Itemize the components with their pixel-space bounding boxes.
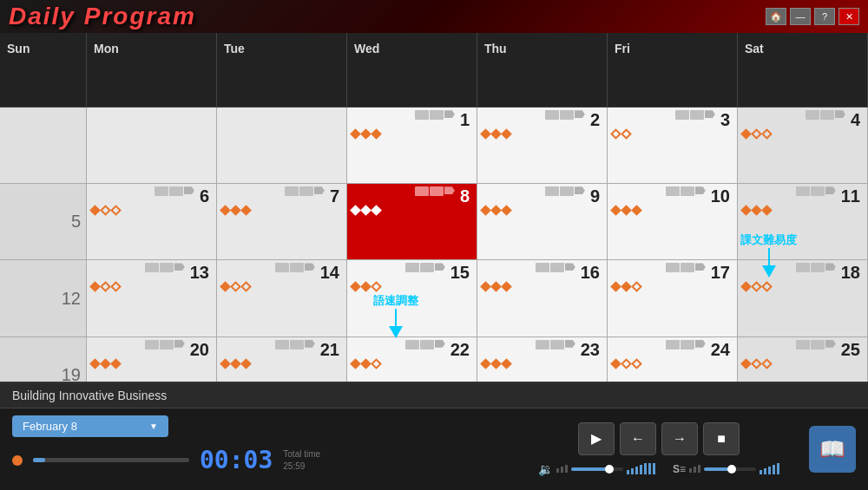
sbar-1 bbox=[760, 470, 762, 474]
day-cell-8-today[interactable]: 8 bbox=[347, 184, 477, 260]
spd-tick-3 bbox=[698, 465, 700, 473]
header-mon: Mon bbox=[87, 33, 217, 108]
header-sun: Sun bbox=[0, 33, 87, 108]
vbar-3 bbox=[635, 467, 638, 474]
sbar-3 bbox=[768, 467, 771, 474]
vol-tick-3 bbox=[565, 465, 568, 473]
progress-track[interactable] bbox=[33, 458, 189, 462]
total-time-value: 25:59 bbox=[283, 461, 320, 473]
day-cell-10[interactable]: 10 bbox=[608, 184, 738, 260]
help-btn[interactable]: ? bbox=[814, 8, 835, 25]
close-btn[interactable]: ✕ bbox=[838, 8, 859, 25]
volume-bars bbox=[627, 463, 655, 474]
day-cell-14[interactable]: 14 bbox=[217, 260, 347, 336]
book-icon: 📖 bbox=[819, 437, 845, 461]
home-btn[interactable]: 🏠 bbox=[766, 8, 786, 25]
spd-tick-2 bbox=[694, 467, 696, 473]
day-cell-11[interactable]: 11 bbox=[738, 184, 868, 260]
total-time-group: Total time 25:59 bbox=[283, 448, 320, 473]
day-cell-1[interactable]: 1 bbox=[347, 108, 477, 184]
bottom-left: February 8 ▼ 00:03 Total time 25:59 bbox=[0, 408, 521, 489]
header-tue: Tue bbox=[217, 33, 347, 108]
volume-fill bbox=[571, 467, 608, 471]
speed-icon: S≡ bbox=[673, 463, 686, 475]
prev-button[interactable]: ← bbox=[620, 422, 656, 455]
vbar-4 bbox=[640, 465, 642, 474]
sbar-5 bbox=[777, 463, 779, 474]
day-cell-13[interactable]: 13 bbox=[87, 260, 217, 336]
vbar-7 bbox=[653, 463, 655, 474]
app-title: Daily Program bbox=[9, 3, 196, 30]
header-sat: Sat bbox=[738, 33, 868, 108]
header-thu: Thu bbox=[477, 33, 608, 108]
sbar-4 bbox=[773, 465, 775, 474]
app-container: Daily Program 🏠 — ? ✕ Sun Mon Tue Wed Th… bbox=[0, 0, 868, 490]
course-title: Building Innovative Business bbox=[0, 383, 868, 408]
window-controls: 🏠 — ? ✕ bbox=[766, 8, 859, 25]
day-cell-15[interactable]: 15 bbox=[347, 260, 477, 336]
bottom-right: 📖 bbox=[797, 408, 868, 489]
vbar-5 bbox=[644, 463, 647, 474]
stop-button[interactable]: ■ bbox=[703, 422, 740, 455]
day-cell-4[interactable]: 4 bbox=[738, 108, 868, 184]
cell-empty-week1-mon bbox=[87, 108, 217, 184]
cell-empty-week1-tue bbox=[217, 108, 347, 184]
volume-speed-row: 🔉 bbox=[538, 462, 779, 476]
total-time-label: Total time bbox=[283, 448, 320, 461]
volume-thumb[interactable] bbox=[605, 465, 614, 474]
date-row: February 8 ▼ bbox=[12, 415, 509, 437]
vol-tick-1 bbox=[556, 468, 559, 473]
week-label-12: 12 bbox=[0, 260, 87, 336]
volume-ticks bbox=[556, 465, 568, 473]
header-fri: Fri bbox=[608, 33, 738, 108]
speed-bars bbox=[760, 463, 779, 474]
bottom-center: ▶ ← → ■ 🔉 bbox=[521, 408, 797, 489]
day-cell-3[interactable]: 3 bbox=[608, 108, 738, 184]
day-cell-7[interactable]: 7 bbox=[217, 184, 347, 260]
vbar-6 bbox=[648, 463, 651, 474]
book-button[interactable]: 📖 bbox=[809, 426, 856, 473]
week-label-5: 5 bbox=[0, 184, 87, 260]
progress-fill bbox=[33, 458, 45, 462]
speed-fill bbox=[704, 467, 730, 471]
volume-icon: 🔉 bbox=[538, 462, 553, 476]
vol-tick-2 bbox=[561, 467, 563, 473]
day-cell-16[interactable]: 16 bbox=[477, 260, 608, 336]
current-time: 00:03 bbox=[200, 446, 273, 474]
day-cell-6[interactable]: 6 bbox=[87, 184, 217, 260]
playback-row: 00:03 Total time 25:59 bbox=[12, 446, 509, 474]
title-bar: Daily Program 🏠 — ? ✕ bbox=[0, 0, 868, 33]
spd-tick-1 bbox=[689, 468, 692, 473]
speed-control: S≡ bbox=[673, 463, 779, 475]
playback-controls: ▶ ← → ■ bbox=[578, 422, 740, 455]
speed-slider[interactable] bbox=[704, 467, 756, 471]
sbar-2 bbox=[764, 468, 766, 474]
day-cell-17[interactable]: 17 bbox=[608, 260, 738, 336]
play-button[interactable]: ▶ bbox=[578, 422, 615, 455]
day-cell-18[interactable]: 18 bbox=[738, 260, 868, 336]
volume-control: 🔉 bbox=[538, 462, 655, 476]
bottom-bar: Building Innovative Business February 8 … bbox=[0, 382, 868, 490]
day-cell-9[interactable]: 9 bbox=[477, 184, 608, 260]
vbar-1 bbox=[627, 470, 629, 474]
date-selector[interactable]: February 8 ▼ bbox=[12, 415, 168, 437]
header-wed: Wed bbox=[347, 33, 477, 108]
next-button[interactable]: → bbox=[661, 422, 698, 455]
speed-ticks bbox=[689, 465, 700, 473]
volume-slider[interactable] bbox=[571, 467, 623, 471]
progress-indicator bbox=[12, 455, 23, 466]
minimize-btn[interactable]: — bbox=[790, 8, 811, 25]
cell-empty-week1-sun bbox=[0, 108, 87, 184]
bottom-content: February 8 ▼ 00:03 Total time 25:59 bbox=[0, 408, 868, 489]
day-cell-2[interactable]: 2 bbox=[477, 108, 608, 184]
vbar-2 bbox=[631, 468, 634, 474]
dropdown-icon: ▼ bbox=[149, 421, 158, 431]
date-label: February 8 bbox=[23, 420, 77, 433]
speed-thumb[interactable] bbox=[727, 465, 736, 474]
